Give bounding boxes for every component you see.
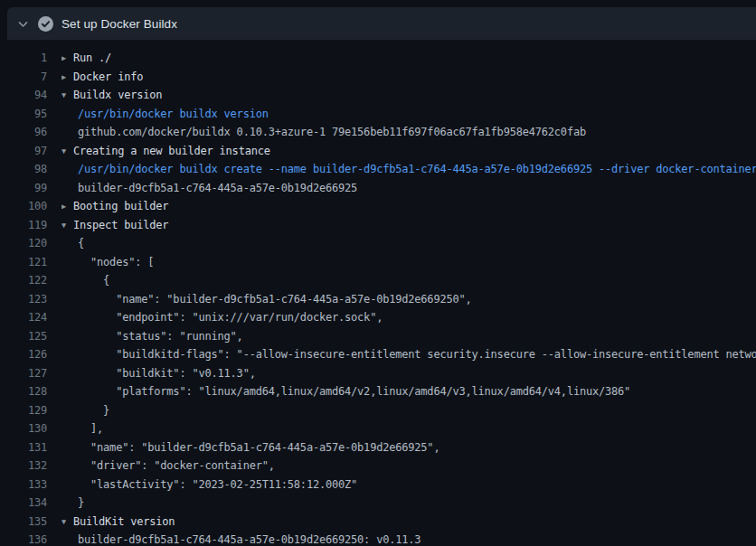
line-number[interactable]: 95 (0, 105, 47, 124)
line-number[interactable]: 128 (0, 382, 47, 401)
line-number[interactable]: 122 (0, 271, 47, 290)
log-group-line[interactable]: 135▼BuildKit version (0, 513, 756, 532)
line-content: "driver": "docker-container", (61, 457, 756, 475)
group-line-content: ▼Creating a new builder instance (61, 142, 756, 161)
output-text: "driver": "docker-container", (78, 459, 275, 472)
group-line-content: ▶Run ./ (61, 49, 756, 68)
line-number[interactable]: 125 (0, 327, 47, 346)
log-line: 129 } (0, 401, 756, 420)
triangle-collapsed-icon[interactable]: ▶ (61, 197, 73, 216)
line-number[interactable]: 126 (0, 345, 47, 364)
line-number[interactable]: 99 (0, 179, 47, 198)
log-viewer: 1▶Run ./7▶Docker info94▼Buildx version95… (0, 40, 756, 546)
log-line: 95/usr/bin/docker buildx version (0, 105, 756, 124)
triangle-expanded-icon[interactable]: ▼ (61, 513, 73, 532)
line-number[interactable]: 121 (0, 253, 47, 272)
line-number[interactable]: 135 (0, 513, 47, 532)
triangle-expanded-icon[interactable]: ▼ (61, 216, 73, 235)
line-number[interactable]: 130 (0, 419, 47, 438)
log-line: 134} (0, 494, 756, 513)
triangle-collapsed-icon[interactable]: ▶ (61, 68, 73, 87)
line-content: "buildkit": "v0.11.3", (61, 364, 756, 383)
group-line-content: ▶Docker info (61, 68, 756, 87)
line-number[interactable]: 119 (0, 216, 47, 235)
group-title: Run ./ (73, 52, 111, 64)
log-line: 128 "platforms": "linux/amd64,linux/amd6… (0, 382, 756, 401)
log-line: 120{ (0, 234, 756, 253)
chevron-down-icon[interactable] (7, 18, 38, 30)
log-group-line[interactable]: 7▶Docker info (0, 68, 756, 87)
line-number[interactable]: 129 (0, 401, 47, 420)
line-content: { (61, 234, 756, 253)
output-text: "status": "running", (78, 330, 243, 343)
output-text: github.com/docker/buildx 0.10.3+azure-1 … (78, 126, 586, 138)
line-content: "nodes": [ (61, 253, 756, 272)
log-group-line[interactable]: 97▼Creating a new builder instance (0, 142, 756, 161)
triangle-expanded-icon[interactable]: ▼ (61, 142, 73, 161)
line-number[interactable]: 134 (0, 494, 47, 513)
log-line: 127 "buildkit": "v0.11.3", (0, 364, 756, 383)
group-title: Booting builder (73, 200, 168, 212)
line-number[interactable]: 98 (0, 160, 47, 179)
line-content: { (61, 271, 756, 290)
group-line-content: ▶Booting builder (61, 197, 756, 216)
log-line: 122 { (0, 271, 756, 290)
log-line: 136builder-d9cfb5a1-c764-445a-a57e-0b19d… (0, 531, 756, 546)
line-number[interactable]: 123 (0, 290, 47, 309)
output-text: { (78, 274, 109, 287)
log-line: 126 "buildkitd-flags": "--allow-insecure… (0, 345, 756, 364)
line-number[interactable]: 127 (0, 364, 47, 383)
log-line: 125 "status": "running", (0, 327, 756, 346)
line-number[interactable]: 7 (0, 68, 47, 87)
command-text: /usr/bin/docker buildx version (78, 108, 269, 120)
line-number[interactable]: 97 (0, 142, 47, 161)
output-text: } (78, 496, 84, 509)
output-text: } (78, 404, 109, 417)
log-line: 123 "name": "builder-d9cfb5a1-c764-445a-… (0, 290, 756, 309)
line-content: "name": "builder-d9cfb5a1-c764-445a-a57e… (61, 438, 756, 457)
log-line: 124 "endpoint": "unix:///var/run/docker.… (0, 308, 756, 327)
line-number[interactable]: 96 (0, 123, 47, 142)
line-number[interactable]: 100 (0, 197, 47, 216)
group-title: BuildKit version (73, 515, 175, 528)
log-group-line[interactable]: 100▶Booting builder (0, 197, 756, 216)
group-title: Buildx version (73, 89, 162, 101)
log-group-line[interactable]: 94▼Buildx version (0, 86, 756, 105)
line-content: /usr/bin/docker buildx version (61, 105, 756, 124)
log-line: 96github.com/docker/buildx 0.10.3+azure-… (0, 123, 756, 142)
command-text: /usr/bin/docker buildx create --name bui… (78, 163, 756, 175)
line-number[interactable]: 131 (0, 438, 47, 457)
line-content: } (61, 494, 756, 513)
log-group-line[interactable]: 119▼Inspect builder (0, 216, 756, 235)
output-text: builder-d9cfb5a1-c764-445a-a57e-0b19d2e6… (78, 533, 421, 546)
output-text: "buildkit": "v0.11.3", (78, 367, 256, 380)
line-number[interactable]: 94 (0, 86, 47, 105)
step-title: Set up Docker Buildx (61, 17, 177, 31)
line-content: builder-d9cfb5a1-c764-445a-a57e-0b19d2e6… (61, 531, 756, 546)
group-line-content: ▼BuildKit version (61, 513, 756, 532)
triangle-collapsed-icon[interactable]: ▶ (61, 49, 73, 68)
line-content: "buildkitd-flags": "--allow-insecure-ent… (61, 345, 756, 364)
step-header[interactable]: Set up Docker Buildx (7, 7, 756, 40)
log-group-line[interactable]: 1▶Run ./ (0, 49, 756, 68)
output-text: ], (78, 422, 103, 435)
output-text: "name": "builder-d9cfb5a1-c764-445a-a57e… (78, 441, 439, 454)
log-line: 98/usr/bin/docker buildx create --name b… (0, 160, 756, 179)
line-content: /usr/bin/docker buildx create --name bui… (61, 160, 756, 179)
line-content: builder-d9cfb5a1-c764-445a-a57e-0b19d2e6… (61, 179, 756, 198)
log-line: 133 "lastActivity": "2023-02-25T11:58:12… (0, 475, 756, 494)
line-content: "lastActivity": "2023-02-25T11:58:12.000… (61, 475, 756, 494)
line-number[interactable]: 133 (0, 475, 47, 494)
line-number[interactable]: 132 (0, 457, 47, 475)
group-title: Creating a new builder instance (73, 145, 270, 157)
group-line-content: ▼Inspect builder (61, 216, 756, 235)
line-number[interactable]: 120 (0, 234, 47, 253)
output-text: "endpoint": "unix:///var/run/docker.sock… (78, 311, 383, 324)
output-text: "nodes": [ (78, 256, 154, 268)
output-text: "platforms": "linux/amd64,linux/amd64/v2… (78, 385, 630, 398)
triangle-expanded-icon[interactable]: ▼ (61, 86, 73, 105)
line-number[interactable]: 1 (0, 49, 47, 68)
output-text: "buildkitd-flags": "--allow-insecure-ent… (78, 348, 756, 361)
line-number[interactable]: 124 (0, 308, 47, 327)
line-number[interactable]: 136 (0, 531, 47, 546)
